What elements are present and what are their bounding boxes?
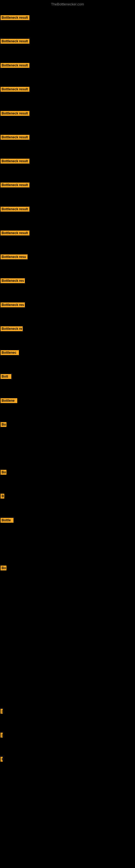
- bottleneck-badge-13: Bottleneck res: [1, 303, 25, 307]
- bottleneck-badge-6: Bottleneck result: [1, 135, 30, 140]
- bottleneck-badge-4: Bottleneck result: [1, 87, 30, 92]
- bottleneck-badge-7: Bottleneck result: [1, 159, 30, 163]
- bottleneck-badge-17: Bottlene: [1, 398, 17, 403]
- bottleneck-badge-8: Bottleneck result: [1, 183, 30, 187]
- bottleneck-badge-25: E: [1, 757, 3, 762]
- bottleneck-badge-11: Bottleneck resu: [1, 254, 28, 259]
- bottleneck-badge-23: |: [1, 709, 3, 714]
- bottleneck-badge-14: Bottleneck re: [1, 326, 23, 331]
- bottleneck-badge-22: Bo: [1, 565, 6, 570]
- bottleneck-badge-3: Bottleneck result: [1, 63, 30, 68]
- bottleneck-badge-9: Bottleneck result: [1, 207, 30, 212]
- bottleneck-badge-1: Bottleneck result: [1, 15, 30, 20]
- bottleneck-badge-18: Bo: [1, 422, 6, 427]
- bottleneck-badge-20: B: [1, 494, 4, 499]
- bottleneck-badge-2: Bottleneck result: [1, 39, 30, 44]
- bottleneck-badge-10: Bottleneck result: [1, 230, 30, 236]
- bottleneck-badge-15: Bottlenec: [1, 350, 19, 355]
- bottleneck-badge-24: |: [1, 733, 3, 738]
- bottleneck-badge-12: Bottleneck res: [1, 278, 25, 283]
- bottleneck-badge-16: Bott: [1, 374, 11, 379]
- bottleneck-badge-19: Bo: [1, 470, 6, 475]
- bottleneck-badge-5: Bottleneck result: [1, 111, 30, 116]
- site-title: TheBottlenecker.com: [0, 2, 135, 6]
- bottleneck-badge-21: Bottle: [1, 518, 13, 523]
